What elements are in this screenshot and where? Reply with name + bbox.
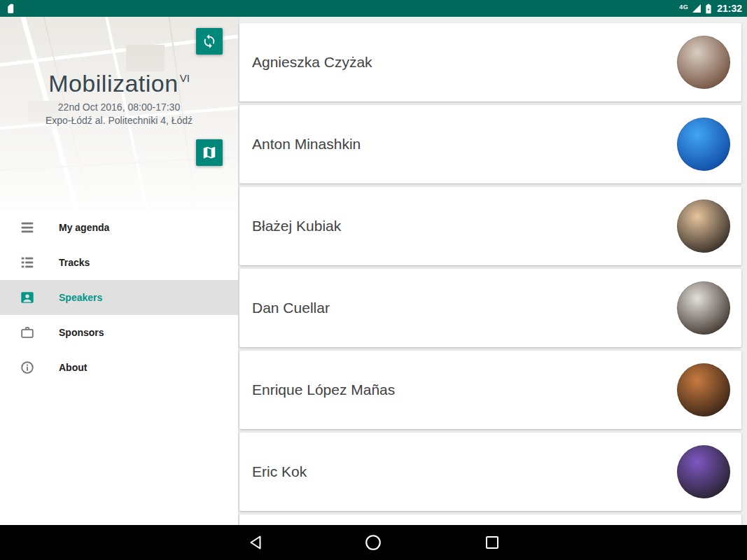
about-icon bbox=[20, 360, 35, 375]
network-type-label: 4G bbox=[679, 4, 688, 10]
map-button[interactable] bbox=[196, 139, 223, 166]
content-area: MobilizationVI 22nd Oct 2016, 08:00-17:3… bbox=[0, 17, 747, 525]
navigation-drawer: MobilizationVI 22nd Oct 2016, 08:00-17:3… bbox=[0, 17, 238, 525]
speaker-avatar bbox=[677, 118, 730, 171]
speaker-avatar bbox=[677, 36, 730, 89]
clock: 21:32 bbox=[717, 3, 742, 14]
drawer-menu: My agenda Tracks Speakers bbox=[0, 210, 238, 385]
sidebar-item-label: Sponsors bbox=[59, 327, 104, 338]
speaker-name: Dan Cuellar bbox=[252, 300, 330, 316]
map-icon bbox=[202, 145, 217, 160]
speaker-card[interactable]: Anton Minashkin bbox=[239, 105, 741, 183]
status-bar: 4G 21:32 bbox=[0, 0, 747, 17]
conference-date: 22nd Oct 2016, 08:00-17:30 bbox=[0, 102, 238, 113]
speaker-card-partial[interactable] bbox=[239, 514, 741, 525]
conference-title-superscript: VI bbox=[180, 72, 190, 84]
sidebar-item-label: Speakers bbox=[59, 292, 102, 303]
speaker-avatar bbox=[677, 363, 730, 416]
recents-button[interactable] bbox=[482, 532, 503, 553]
speaker-name: Błażej Kubiak bbox=[252, 218, 341, 234]
conference-venue: Expo-Łódź al. Politechniki 4, Łódź bbox=[0, 115, 238, 126]
back-icon bbox=[247, 534, 264, 551]
speaker-avatar bbox=[677, 281, 730, 335]
speaker-card[interactable]: Błażej Kubiak bbox=[239, 187, 741, 265]
sidebar-item-my-agenda[interactable]: My agenda bbox=[0, 210, 238, 245]
refresh-button[interactable] bbox=[196, 28, 223, 55]
speaker-avatar bbox=[677, 200, 730, 253]
system-navigation-bar bbox=[0, 525, 747, 560]
refresh-icon bbox=[202, 34, 217, 49]
conference-info: MobilizationVI 22nd Oct 2016, 08:00-17:3… bbox=[0, 70, 238, 126]
speaker-name: Eric Kok bbox=[252, 463, 307, 480]
sidebar-item-label: My agenda bbox=[59, 222, 109, 233]
sidebar-item-tracks[interactable]: Tracks bbox=[0, 245, 238, 280]
sidebar-item-label: Tracks bbox=[59, 257, 90, 268]
signal-icon bbox=[692, 4, 701, 13]
sidebar-item-about[interactable]: About bbox=[0, 350, 238, 385]
sponsors-icon bbox=[20, 325, 35, 340]
sidebar-item-label: About bbox=[59, 362, 87, 373]
speaker-name: Anton Minashkin bbox=[252, 136, 361, 153]
android-screen: 4G 21:32 bbox=[0, 0, 747, 560]
recents-icon bbox=[484, 534, 501, 551]
sidebar-item-speakers[interactable]: Speakers bbox=[0, 280, 238, 315]
speaker-card[interactable]: Enrique López Mañas bbox=[239, 351, 741, 429]
speaker-card[interactable]: Dan Cuellar bbox=[239, 269, 741, 347]
speaker-avatar bbox=[677, 445, 730, 498]
drawer-header: MobilizationVI 22nd Oct 2016, 08:00-17:3… bbox=[0, 17, 238, 210]
tracks-icon bbox=[20, 255, 35, 270]
back-button[interactable] bbox=[245, 532, 266, 553]
speaker-card[interactable]: Eric Kok bbox=[239, 433, 741, 511]
home-button[interactable] bbox=[363, 532, 384, 553]
speakers-icon bbox=[20, 290, 35, 305]
speaker-name: Enrique López Mañas bbox=[252, 382, 395, 398]
speaker-name: Agnieszka Czyżak bbox=[252, 54, 372, 71]
sidebar-item-sponsors[interactable]: Sponsors bbox=[0, 315, 238, 350]
home-icon bbox=[364, 533, 382, 552]
conference-title: Mobilization bbox=[48, 70, 179, 97]
speaker-list: Agnieszka Czyżak Anton Minashkin Błażej … bbox=[238, 17, 747, 525]
sd-card-icon bbox=[5, 4, 14, 14]
battery-icon bbox=[705, 4, 712, 14]
agenda-icon bbox=[20, 220, 35, 235]
speaker-card[interactable]: Agnieszka Czyżak bbox=[239, 23, 741, 102]
